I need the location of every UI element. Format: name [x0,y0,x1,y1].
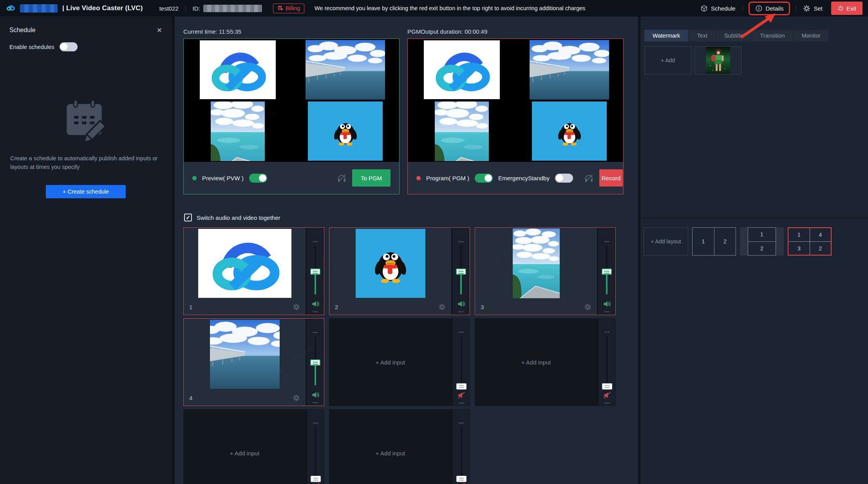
pgm-quadrant-3 [408,100,515,162]
pgm-toggle[interactable] [475,174,493,183]
input-thumb-bridge-photo [210,320,280,389]
video-cloud-logo [200,40,276,99]
watermark-thumbnail[interactable] [694,46,741,74]
pvw-quadrant-4 [291,39,399,100]
topbar-right: Schedule Details Set Exit [699,2,863,15]
schedule-sidebar: Schedule ✕ Enable schedules Create a sch… [0,16,172,484]
tab-monitor[interactable]: Monitor [793,30,829,42]
video-bridge-photo [530,40,609,100]
speaker-on-icon[interactable] [311,390,320,399]
coins-icon [277,5,283,11]
pvw-video-monitor [184,39,399,162]
video-penguin [308,102,383,161]
tab-subtitle[interactable]: Subtitle [716,30,752,42]
volume-slider-2 [452,228,470,315]
volume-slider-6 [599,318,616,406]
watermark-section: Watermark Text Subtitle Transition Monit… [640,30,868,219]
pvw-quadrant-3 [184,100,291,162]
input-thumb-penguin [356,229,425,298]
layout-preset-quad-active[interactable]: 1 4 3 2 [788,227,832,256]
pvw-toggle[interactable] [249,174,267,183]
pgm-video-monitor [408,39,623,162]
input-cell-2: 2 [329,227,470,315]
schedule-panel-title: Schedule [9,27,36,34]
pvw-label: Preview( PVW ) [202,175,244,181]
input-settings-gear-icon[interactable] [584,303,591,311]
input-tile-3[interactable]: 3 [475,228,597,315]
speaker-muted-icon[interactable] [457,482,466,484]
volume-handle[interactable] [456,383,467,390]
switch-av-row: ✓ Switch audio and video together [184,214,280,221]
pgm-status-dot [416,176,421,180]
to-pgm-button[interactable]: To PGM [352,169,391,187]
speaker-on-icon[interactable] [311,299,320,308]
input-tile-1[interactable]: 1 [184,228,306,315]
volume-handle[interactable] [456,476,467,482]
tab-text[interactable]: Text [689,30,716,42]
volume-handle[interactable] [602,268,612,275]
speaker-muted-icon[interactable] [457,391,466,400]
monitor-audio-off-icon[interactable] [337,173,347,183]
tab-transition[interactable]: Transition [752,30,793,42]
layout-section: + Add layout 1 2 1 2 1 4 3 [644,227,868,256]
schedule-sidebar-header: Schedule ✕ [9,27,162,34]
input-tile-4[interactable]: 4 [184,319,306,406]
input-settings-gear-icon[interactable] [438,303,446,311]
add-layout-button[interactable]: + Add layout [644,227,688,256]
cube-icon [700,5,708,12]
volume-handle[interactable] [456,268,466,275]
add-input-label: + Add input [521,359,551,366]
toggle-knob [259,174,266,182]
add-input-button[interactable]: + Add input [183,409,306,484]
monitor-audio-off-icon[interactable] [584,173,594,183]
close-icon[interactable]: ✕ [157,27,162,34]
exit-button[interactable]: Exit [831,2,863,15]
layout-preset-stack[interactable]: 1 2 [740,227,784,256]
add-input-button[interactable]: + Add input [475,318,597,406]
volume-handle[interactable] [602,383,612,390]
record-button[interactable]: Record [599,169,623,187]
caster-name: test022 [159,5,179,12]
volume-handle[interactable] [311,476,321,482]
layout-preset-two-split[interactable]: 1 2 [692,227,736,256]
emergency-standby-toggle[interactable] [555,174,573,183]
billing-badge[interactable]: Billing [273,4,304,13]
speaker-on-icon[interactable] [602,299,611,308]
enable-schedules-toggle[interactable] [60,42,78,51]
input-cell-1: 1 [183,227,324,315]
brand-name-redacted [20,4,58,13]
set-menu-button[interactable]: Set [801,5,824,12]
input-number: 4 [189,395,192,401]
toggle-knob [60,43,68,51]
add-input-button[interactable]: + Add input [329,318,452,406]
speaker-on-icon[interactable] [457,299,466,308]
input-number: 2 [335,304,338,310]
input-cell-8-empty: + Add input [329,409,470,484]
divider [743,5,743,11]
switch-av-checkbox[interactable]: ✓ [184,214,192,221]
pgm-quadrant-2 [515,100,623,162]
add-watermark-button[interactable]: + Add [644,46,691,74]
video-sea-photo [211,102,265,161]
watermark-character-image [706,47,730,74]
details-menu-button[interactable]: Details [749,2,790,15]
gear-icon [803,5,810,12]
volume-handle[interactable] [310,268,320,275]
create-schedule-button[interactable]: + Create schedule [46,185,126,198]
speaker-muted-icon[interactable] [311,482,320,484]
tab-watermark[interactable]: Watermark [644,30,689,42]
speaker-muted-icon[interactable] [603,391,612,400]
input-settings-gear-icon[interactable] [293,394,300,402]
volume-handle[interactable] [310,359,320,366]
switch-av-label: Switch audio and video together [197,214,280,221]
current-time-label: Current time: 11:55:35 [183,28,241,35]
volume-slider-5 [453,318,470,406]
input-settings-gear-icon[interactable] [293,303,300,311]
volume-slider-3 [598,228,615,315]
schedule-menu-button[interactable]: Schedule [699,5,737,12]
divider [796,5,796,11]
input-tile-2[interactable]: 2 [329,228,451,315]
video-sea-photo [435,102,489,161]
input-thumb-sea-photo [513,228,560,298]
add-input-button[interactable]: + Add input [329,409,452,484]
